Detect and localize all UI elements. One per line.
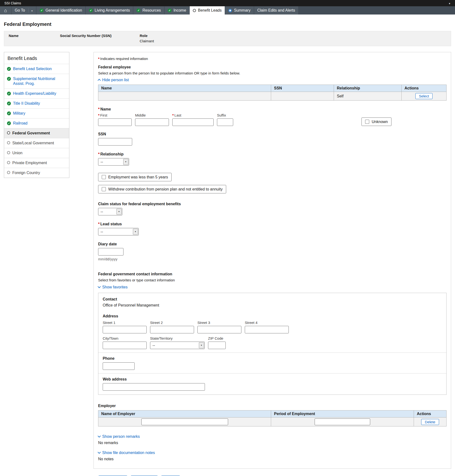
tab-general-identification[interactable]: General Identification — [36, 6, 85, 15]
main-nav: Go To General Identification Living Arra… — [0, 6, 455, 15]
delete-employer-button[interactable]: Delete — [421, 419, 439, 425]
web-address-input[interactable] — [103, 383, 205, 391]
ssn-value — [60, 39, 140, 43]
state-select[interactable]: -- — [150, 342, 205, 349]
chevron-down-icon — [98, 451, 101, 454]
employer-name-input[interactable] — [141, 419, 228, 425]
phone-label: Phone — [103, 356, 442, 361]
tab-label: Living Arrangements — [95, 8, 130, 13]
suffix-input[interactable] — [217, 118, 233, 126]
diary-date-format-hint: mm/dd/yyyy — [98, 257, 447, 261]
unknown-checkbox[interactable]: Unknown — [361, 117, 391, 126]
middle-name-input[interactable] — [135, 118, 169, 126]
street1-input[interactable] — [103, 326, 147, 333]
show-favorites-link[interactable]: Show favorites — [98, 285, 128, 289]
sidebar-item-state-local-government[interactable]: State/Local Government — [4, 138, 69, 148]
checkbox-icon — [102, 175, 106, 179]
street3-input[interactable] — [197, 326, 241, 333]
hide-person-list-link[interactable]: Hide person list — [98, 78, 129, 82]
tab-benefit-leads[interactable]: Benefit Leads — [190, 6, 225, 15]
sidebar-item-benefit-lead-selection[interactable]: Benefit Lead Selection — [4, 64, 69, 74]
person-list-instruction: Select a person from the person list to … — [98, 71, 447, 75]
relationship-select[interactable]: -- — [98, 158, 129, 166]
name-section-label: *Name — [98, 107, 447, 112]
first-name-input[interactable] — [98, 118, 132, 126]
in-progress-circle-icon — [228, 9, 232, 12]
home-icon — [4, 8, 7, 13]
topbar-menu-caret-icon[interactable] — [448, 1, 451, 5]
col-header-actions: Actions — [402, 85, 447, 92]
ssn-input[interactable] — [98, 138, 132, 146]
tab-claim-edits-and-alerts[interactable]: Claim Edits and Alerts — [254, 6, 298, 15]
contact-info-instruction: Select from favorites or type contact in… — [98, 278, 447, 282]
go-to-menu-button[interactable]: Go To — [12, 6, 36, 15]
diary-date-label: Diary date — [98, 242, 447, 246]
sidebar-item-union[interactable]: Union — [4, 148, 69, 158]
not-started-circle-icon — [7, 141, 10, 144]
complete-check-icon — [7, 121, 11, 125]
street4-label: Street 4 — [245, 320, 289, 325]
tab-label: Resources — [142, 8, 161, 13]
withdrew-contribution-checkbox[interactable]: Withdrew contribution from pension plan … — [98, 185, 226, 193]
claim-status-select[interactable]: -- — [98, 208, 122, 215]
sidebar-item-health-expenses[interactable]: Health Expenses/Liability — [4, 89, 69, 98]
sidebar-item-foreign-country[interactable]: Foreign Country — [4, 168, 69, 178]
street1-label: Street 1 — [103, 320, 147, 325]
sidebar-item-military[interactable]: Military — [4, 108, 69, 118]
phone-input[interactable] — [103, 362, 135, 370]
diary-date-input[interactable] — [98, 248, 123, 255]
zip-input[interactable] — [208, 342, 226, 349]
role-value: Claimant — [140, 39, 451, 43]
chevron-up-icon — [98, 79, 101, 82]
lead-status-select[interactable]: -- — [98, 228, 139, 236]
employer-table: Name of Employer Period of Employment Ac… — [98, 410, 447, 427]
tab-living-arrangements[interactable]: Living Arrangements — [86, 6, 133, 15]
middle-name-label: Middle — [135, 113, 169, 117]
street2-label: Street 2 — [150, 320, 194, 325]
city-input[interactable] — [103, 342, 147, 349]
ssn-label: Social Security Number (SSN) — [60, 33, 140, 38]
sidebar-item-private-employment[interactable]: Private Employment — [4, 158, 69, 168]
tab-income[interactable]: Income — [164, 6, 189, 15]
col-header-employer-name: Name of Employer — [98, 410, 271, 418]
sidebar-item-federal-government[interactable]: Federal Government — [4, 128, 69, 138]
employment-period-input[interactable] — [315, 419, 370, 425]
contact-value: Office of Personnel Management — [103, 303, 442, 307]
street2-input[interactable] — [150, 326, 194, 333]
sidebar-item-railroad[interactable]: Railroad — [4, 118, 69, 128]
tab-resources[interactable]: Resources — [133, 6, 164, 15]
sidebar-item-title-ii-disability[interactable]: Title II Disability — [4, 98, 69, 108]
tab-label: Income — [173, 8, 186, 13]
person-list-table: Name SSN Relationship Actions Self Selec… — [98, 85, 447, 101]
sidebar-item-supplemental-nutritional[interactable]: Supplemental Nutritional Assist. Prog. — [4, 74, 69, 89]
home-button[interactable] — [0, 6, 11, 15]
complete-check-icon — [7, 102, 11, 105]
employment-less-than-5-years-checkbox[interactable]: Employment was less than 5 years — [98, 173, 171, 181]
not-started-circle-icon — [7, 171, 10, 174]
street4-input[interactable] — [245, 326, 289, 333]
divider — [98, 353, 446, 353]
last-name-input[interactable] — [172, 118, 214, 126]
chevron-down-icon — [98, 435, 101, 438]
show-file-documentation-notes-link[interactable]: Show file documentation notes — [98, 450, 155, 455]
tab-label: Benefit Leads — [198, 8, 222, 13]
required-note: *Indicates required information — [98, 57, 447, 61]
not-started-circle-icon — [7, 161, 10, 164]
relationship-label: *Relationship — [98, 152, 447, 157]
select-person-button[interactable]: Select — [415, 93, 433, 99]
app-title: SSI Claims — [4, 1, 21, 5]
name-value — [9, 39, 60, 43]
city-state-zip-row: City/Town State/Territory -- ZIP Code — [103, 336, 442, 349]
employer-table-row: Delete — [98, 418, 447, 427]
chevron-down-icon — [98, 285, 101, 288]
complete-check-icon — [7, 111, 11, 115]
name-fields-row: *First Middle *Last Suffix Unknow — [98, 113, 447, 126]
show-person-remarks-link[interactable]: Show person remarks — [98, 434, 140, 439]
tab-summary[interactable]: Summary — [225, 6, 253, 15]
person-name-cell — [98, 92, 271, 101]
last-name-label: *Last — [172, 113, 214, 117]
federal-employee-heading: Federal employee — [98, 65, 447, 70]
zip-label: ZIP Code — [208, 336, 226, 340]
col-header-ssn: SSN — [271, 85, 334, 92]
tab-label: General Identification — [45, 8, 82, 13]
